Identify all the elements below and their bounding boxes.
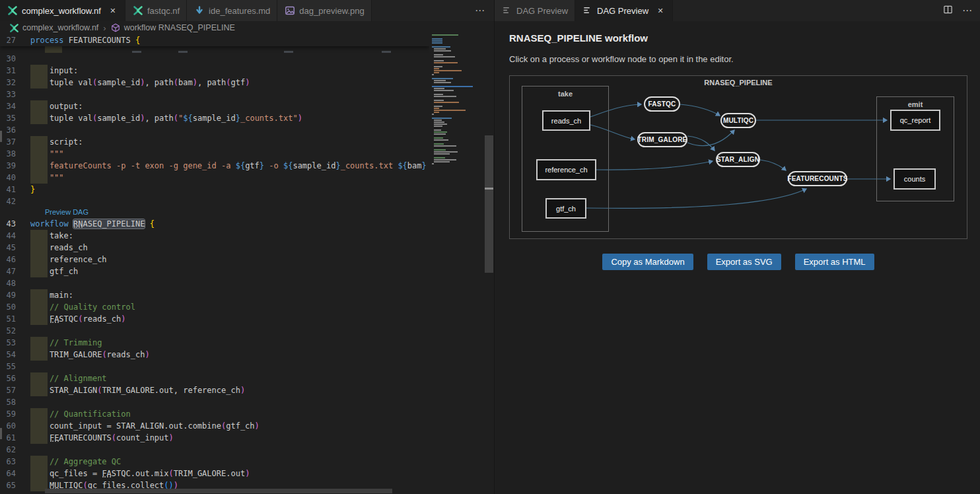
- tab-dag-preview-active[interactable]: DAG Preview ✕: [575, 0, 673, 21]
- code-line[interactable]: 45 reads_ch: [0, 242, 429, 254]
- minimap[interactable]: [429, 34, 484, 494]
- line-number[interactable]: 63: [0, 456, 30, 468]
- breadcrumb-symbol[interactable]: workflow RNASEQ_PIPELINE: [124, 23, 235, 32]
- code-line[interactable]: 35 tuple val(sample_id), path("${sample_…: [0, 112, 429, 124]
- horizontal-scrollbar[interactable]: [45, 489, 392, 493]
- code-line[interactable]: 52: [0, 325, 429, 337]
- line-number[interactable]: 49: [0, 289, 30, 301]
- line-number[interactable]: 36: [0, 124, 30, 136]
- more-actions-icon[interactable]: ⋯: [962, 5, 972, 17]
- code-editor[interactable]: 27process FEATURECOUNTS { 3031 input:32 …: [0, 34, 494, 494]
- dag-node-reads_ch[interactable]: reads_ch: [542, 110, 590, 131]
- tab-ide-features[interactable]: ide_features.md: [187, 0, 277, 21]
- code-line[interactable]: 49 main:: [0, 289, 429, 301]
- code-line[interactable]: 58: [0, 396, 429, 408]
- code-line[interactable]: 47 gtf_ch: [0, 265, 429, 277]
- dag-node-STAR_ALIGN[interactable]: STAR_ALIGN: [716, 152, 760, 167]
- code-line[interactable]: 33: [0, 88, 429, 100]
- line-number[interactable]: 40: [0, 172, 30, 184]
- code-line[interactable]: 59 // Quantification: [0, 408, 429, 420]
- line-number[interactable]: 43: [0, 218, 30, 230]
- dag-node-qc_report[interactable]: qc_report: [890, 110, 940, 131]
- dag-node-reference_ch[interactable]: reference_ch: [536, 159, 596, 180]
- code-line[interactable]: 37 script:: [0, 136, 429, 148]
- code-line[interactable]: 53 // Trimming: [0, 337, 429, 349]
- line-number[interactable]: 58: [0, 396, 30, 408]
- codelens-preview-dag-link[interactable]: Preview DAG: [0, 207, 429, 218]
- close-icon[interactable]: ✕: [108, 7, 118, 15]
- code-line[interactable]: 34 output:: [0, 100, 429, 112]
- code-line[interactable]: 48: [0, 277, 429, 289]
- dag-node-gtf_ch[interactable]: gtf_ch: [545, 198, 586, 219]
- line-number[interactable]: 34: [0, 100, 30, 112]
- code-line[interactable]: 40 """: [0, 172, 429, 184]
- code-line[interactable]: 50 // Quality control: [0, 301, 429, 313]
- line-number[interactable]: 50: [0, 301, 30, 313]
- vertical-scrollbar[interactable]: [484, 34, 494, 494]
- line-number[interactable]: 38: [0, 148, 30, 160]
- close-icon[interactable]: ✕: [655, 7, 666, 15]
- code-line[interactable]: 51 FASTQC(reads_ch): [0, 313, 429, 325]
- code-line[interactable]: 63 // Aggregate QC: [0, 456, 429, 468]
- line-number[interactable]: 33: [0, 88, 30, 100]
- code-line[interactable]: 31 input:: [0, 65, 429, 77]
- line-number[interactable]: 52: [0, 325, 30, 337]
- line-number[interactable]: 56: [0, 372, 30, 384]
- line-number[interactable]: 44: [0, 230, 30, 242]
- code-line[interactable]: 43workflow RNASEQ_PIPELINE {: [0, 218, 429, 230]
- code-line[interactable]: 32 tuple val(sample_id), path(bam), path…: [0, 77, 429, 88]
- code-line[interactable]: 41}: [0, 184, 429, 195]
- line-number[interactable]: 57: [0, 384, 30, 396]
- line-number[interactable]: 55: [0, 361, 30, 372]
- line-number[interactable]: 27: [0, 34, 30, 46]
- line-number[interactable]: 32: [0, 77, 30, 88]
- line-number[interactable]: 64: [0, 468, 30, 479]
- line-number[interactable]: 62: [0, 444, 30, 456]
- sticky-scroll-line[interactable]: 27process FEATURECOUNTS {: [0, 34, 429, 46]
- code-line[interactable]: 46 reference_ch: [0, 254, 429, 265]
- tab-dag-preview-inactive[interactable]: DAG Preview: [495, 0, 575, 21]
- scrollbar-thumb[interactable]: [485, 135, 493, 273]
- line-number[interactable]: 31: [0, 65, 30, 77]
- line-number[interactable]: 35: [0, 112, 30, 124]
- copy-as-markdown-button[interactable]: Copy as Markdown: [602, 254, 693, 270]
- line-number[interactable]: 39: [0, 160, 30, 172]
- tab-fastqc[interactable]: fastqc.nf: [125, 0, 187, 21]
- line-number[interactable]: 65: [0, 479, 30, 491]
- code-line[interactable]: 54 TRIM_GALORE(reads_ch): [0, 349, 429, 361]
- tab-complex-workflow[interactable]: complex_workflow.nf ✕: [0, 0, 125, 21]
- tab-overflow-more-icon[interactable]: ⋯: [466, 0, 494, 21]
- code-line[interactable]: 64 qc_files = FASTQC.out.mix(TRIM_GALORE…: [0, 468, 429, 479]
- code-line[interactable]: 56 // Alignment: [0, 372, 429, 384]
- dag-node-counts[interactable]: counts: [893, 168, 936, 190]
- dag-node-FEATURECOUNTS[interactable]: FEATURECOUNTS: [788, 171, 847, 186]
- code-line[interactable]: 30: [0, 53, 429, 65]
- dag-node-MULTIQC[interactable]: MULTIQC: [720, 113, 756, 128]
- code-line[interactable]: 27process FEATURECOUNTS {: [0, 34, 429, 46]
- line-number[interactable]: 47: [0, 265, 30, 277]
- code-line[interactable]: 57 STAR_ALIGN(TRIM_GALORE.out, reference…: [0, 384, 429, 396]
- line-number[interactable]: 46: [0, 254, 30, 265]
- code-line[interactable]: 60 count_input = STAR_ALIGN.out.combine(…: [0, 420, 429, 432]
- line-number[interactable]: 66: [0, 491, 30, 494]
- line-number[interactable]: 41: [0, 184, 30, 195]
- line-number[interactable]: 61: [0, 432, 30, 444]
- tab-dag-preview-png[interactable]: dag_preview.png: [277, 0, 371, 21]
- line-number[interactable]: 42: [0, 195, 30, 207]
- code-line[interactable]: 42: [0, 195, 429, 207]
- code-line[interactable]: 44 take:: [0, 230, 429, 242]
- dag-node-TRIM_GALORE[interactable]: TRIM_GALORE: [637, 132, 687, 147]
- export-as-html-button[interactable]: Export as HTML: [795, 254, 874, 270]
- line-number[interactable]: 48: [0, 277, 30, 289]
- export-as-svg-button[interactable]: Export as SVG: [707, 254, 781, 270]
- line-number[interactable]: 45: [0, 242, 30, 254]
- code-line[interactable]: 39 featureCounts -p -t exon -g gene_id -…: [0, 160, 429, 172]
- line-number[interactable]: 60: [0, 420, 30, 432]
- code-line[interactable]: 61 FEATURECOUNTS(count_input): [0, 432, 429, 444]
- line-number[interactable]: 51: [0, 313, 30, 325]
- code-line[interactable]: 55: [0, 361, 429, 372]
- dag-node-FASTQC[interactable]: FASTQC: [644, 96, 680, 112]
- line-number[interactable]: 59: [0, 408, 30, 420]
- code-line[interactable]: 62: [0, 444, 429, 456]
- line-number[interactable]: 37: [0, 136, 30, 148]
